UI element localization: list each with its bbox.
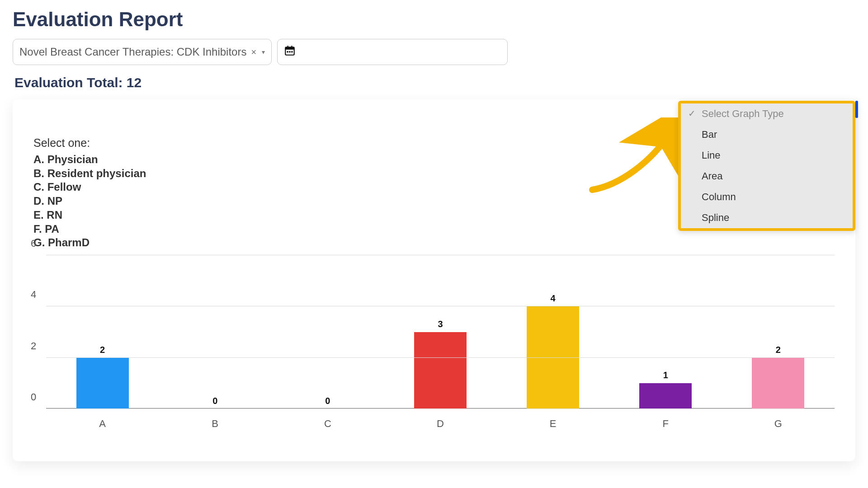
date-range-select[interactable] <box>277 39 508 65</box>
chart-bar-column: 0 <box>287 255 368 409</box>
filter-bar: Novel Breast Cancer Therapies: CDK Inhib… <box>13 39 855 65</box>
course-select-label: Novel Breast Cancer Therapies: CDK Inhib… <box>19 46 246 58</box>
chart-x-tick: D <box>400 418 481 430</box>
legend-item: G. PharmD <box>33 236 839 250</box>
page-title: Evaluation Report <box>13 8 855 31</box>
chart-y-tick: 2 <box>31 340 36 352</box>
page-root: Evaluation Report Novel Breast Cancer Th… <box>0 0 868 488</box>
chart-bar[interactable] <box>527 306 579 409</box>
graph-type-option-column[interactable]: Column <box>681 187 853 207</box>
chart-bar-value: 0 <box>325 396 330 406</box>
chart-bar-value: 2 <box>100 345 105 355</box>
svg-rect-3 <box>291 46 292 48</box>
chart-bar-column: 3 <box>400 255 481 409</box>
calendar-icon <box>284 45 296 60</box>
chart-bar[interactable] <box>639 383 692 409</box>
chart-y-tick: 0 <box>31 391 36 403</box>
graph-type-dropdown[interactable]: Select Graph Type Bar Line Area Column S… <box>678 101 855 231</box>
chart-bar-value: 0 <box>212 396 217 406</box>
chart-x-tick: E <box>512 418 594 430</box>
chart-x-tick: G <box>737 418 819 430</box>
chart-gridline <box>46 306 835 306</box>
chart-x-tick: B <box>175 418 256 430</box>
chart-gridline <box>46 408 835 409</box>
svg-rect-5 <box>289 51 291 52</box>
chart-bar[interactable] <box>76 358 129 409</box>
chart-x-tick: A <box>62 418 143 430</box>
chart-bar[interactable] <box>414 332 467 409</box>
svg-rect-1 <box>285 47 294 49</box>
clear-icon[interactable]: × <box>251 47 256 57</box>
chart-y-tick: 6 <box>31 238 36 249</box>
chart-bar-column: 2 <box>62 255 143 409</box>
chevron-down-icon[interactable]: ▾ <box>262 48 265 56</box>
chart-x-labels: ABCDEFG <box>46 418 835 430</box>
graph-type-option-line[interactable]: Line <box>681 145 853 166</box>
chart-gridline <box>46 357 835 358</box>
chart-plot-area: 2003412 0246 <box>46 255 835 409</box>
chart-bar[interactable] <box>752 358 804 409</box>
chart: 2003412 0246 ABCDEFG <box>29 255 839 430</box>
chart-bar-column: 0 <box>175 255 256 409</box>
graph-type-option-bar[interactable]: Bar <box>681 124 853 145</box>
graph-type-option-spline[interactable]: Spline <box>681 207 853 228</box>
chart-bar-value: 4 <box>551 293 556 304</box>
graph-type-option-area[interactable]: Area <box>681 166 853 187</box>
chart-bar-column: 1 <box>625 255 706 409</box>
chart-bar-column: 2 <box>737 255 819 409</box>
graph-type-header: Select Graph Type <box>681 103 853 124</box>
svg-rect-6 <box>291 51 292 52</box>
chart-bar-column: 4 <box>512 255 594 409</box>
dropdown-blue-edge <box>855 101 858 118</box>
svg-rect-4 <box>287 51 288 52</box>
chart-gridline <box>46 255 835 255</box>
course-select[interactable]: Novel Breast Cancer Therapies: CDK Inhib… <box>13 39 272 65</box>
svg-rect-2 <box>288 46 288 48</box>
chart-x-tick: C <box>287 418 368 430</box>
chart-bar-value: 2 <box>776 345 781 355</box>
evaluation-total: Evaluation Total: 12 <box>14 75 855 90</box>
chart-bars: 2003412 <box>46 255 835 409</box>
chart-y-tick: 4 <box>31 289 36 300</box>
chart-x-tick: F <box>625 418 706 430</box>
annotation-arrow-icon <box>583 117 683 199</box>
chart-bar-value: 3 <box>438 319 443 329</box>
chart-bar-value: 1 <box>663 370 668 380</box>
